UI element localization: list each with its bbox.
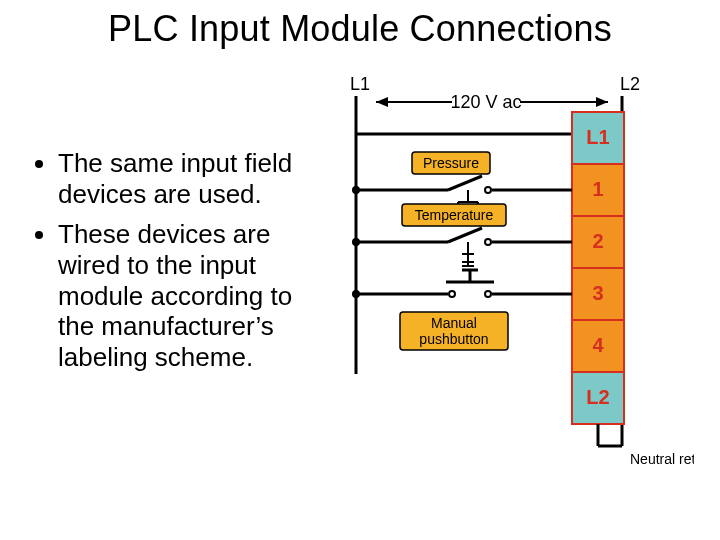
input-module: L1 1 2 3 4 L2 bbox=[572, 112, 624, 424]
voltage-label: 120 V ac bbox=[450, 92, 521, 112]
slot-label: 4 bbox=[592, 334, 604, 356]
plc-diagram: L1 L2 120 V ac L1 1 2 3 4 bbox=[320, 72, 694, 482]
list-item: These devices are wired to the input mod… bbox=[58, 219, 332, 372]
svg-marker-1 bbox=[376, 97, 388, 107]
slot-label: L1 bbox=[586, 126, 609, 148]
device-label: Temperature bbox=[415, 207, 494, 223]
list-item: The same input field devices are used. bbox=[58, 148, 332, 209]
svg-text:pushbutton: pushbutton bbox=[419, 331, 488, 347]
temperature-branch: Temperature bbox=[352, 204, 572, 266]
svg-line-21 bbox=[448, 228, 482, 242]
page-title: PLC Input Module Connections bbox=[0, 8, 720, 50]
pushbutton-branch: Manual pushbutton bbox=[352, 270, 572, 350]
svg-text:Manual: Manual bbox=[431, 315, 477, 331]
rail-left-label: L1 bbox=[350, 74, 370, 94]
slot-label: L2 bbox=[586, 386, 609, 408]
neutral-label: Neutral return bbox=[630, 451, 694, 467]
slot-label: 3 bbox=[592, 282, 603, 304]
neutral-return: Neutral return bbox=[598, 424, 694, 467]
device-label: Pressure bbox=[423, 155, 479, 171]
svg-point-22 bbox=[485, 239, 491, 245]
pressure-branch: Pressure bbox=[352, 152, 572, 212]
svg-marker-3 bbox=[596, 97, 608, 107]
svg-point-14 bbox=[485, 187, 491, 193]
slot-label: 1 bbox=[592, 178, 603, 200]
rail-right-label: L2 bbox=[620, 74, 640, 94]
slot-label: 2 bbox=[592, 230, 603, 252]
svg-line-13 bbox=[448, 176, 482, 190]
svg-point-30 bbox=[485, 291, 491, 297]
bullet-list: The same input field devices are used. T… bbox=[36, 148, 332, 383]
svg-point-29 bbox=[449, 291, 455, 297]
